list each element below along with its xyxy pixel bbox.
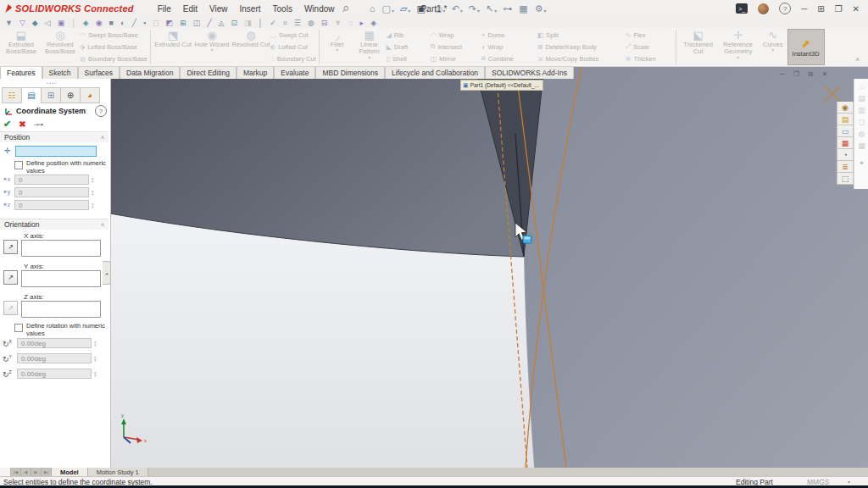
x-position-input[interactable]: 0 xyxy=(14,175,89,185)
configurationmanager-tab[interactable]: ⊞ xyxy=(42,87,61,103)
mirror-button[interactable]: ◫Mirror xyxy=(431,53,481,64)
x-axis-input[interactable] xyxy=(21,240,101,257)
dropdown-icon[interactable]: ▾ xyxy=(737,56,739,60)
tab-evaluate[interactable]: Evaluate xyxy=(274,66,315,79)
toolbar-icon[interactable]: ■ xyxy=(109,19,114,27)
extruded-boss-button[interactable]: ⬓ Extruded Boss/Base xyxy=(2,28,41,66)
restore-button[interactable]: ❐ xyxy=(835,4,843,14)
dropdown-icon[interactable]: ▾ xyxy=(368,56,370,60)
command-prompt-icon[interactable]: >_ xyxy=(736,3,748,14)
toolbar-icon[interactable]: ◆ xyxy=(32,19,38,27)
featuremanager-tab[interactable]: ☷ xyxy=(2,87,22,103)
dropdown-icon[interactable]: ▾ xyxy=(771,48,774,53)
graphics-area[interactable]: y x ✛⌖↻▣⬒◫◍◔◷⊡ ─ ❐ ⊞ ✕ ▣ Part1 (Default)… xyxy=(110,66,868,468)
doc-close-icon[interactable]: ✕ xyxy=(822,70,828,78)
quick-access-icon[interactable]: ▦ xyxy=(519,4,528,14)
toolbar-icon[interactable]: ◨ xyxy=(244,19,252,27)
toolbar-icon[interactable]: ▼ xyxy=(334,19,342,27)
user-avatar[interactable] xyxy=(758,3,769,14)
minimize-button[interactable]: ─ xyxy=(801,4,807,14)
thicken-button[interactable]: ≋Thicken xyxy=(626,53,673,64)
tab-lifecycle-collaboration[interactable]: Lifecycle and Collaboration xyxy=(385,66,485,79)
task-pane-tab[interactable]: ◔ xyxy=(837,149,854,161)
menu-item[interactable]: Insert xyxy=(240,4,261,14)
revolved-cut-button[interactable]: ◍ Revolved Cut xyxy=(231,28,270,66)
y-axis-input[interactable] xyxy=(21,270,101,287)
intersect-button[interactable]: ⧉Intersect xyxy=(431,42,481,52)
task-pane-tab[interactable]: ≣ xyxy=(837,161,854,173)
toolbar-icon[interactable]: ◈ xyxy=(83,19,89,27)
dropdown-icon[interactable]: ▾ xyxy=(460,8,463,14)
dropdown-icon[interactable]: ▾ xyxy=(494,8,497,14)
pm-help-icon[interactable]: ? xyxy=(95,105,107,117)
dropdown-icon[interactable]: ▾ xyxy=(443,8,446,14)
z-spinner[interactable]: ▴▾ xyxy=(92,202,94,208)
tab-data-migration[interactable]: Data Migration xyxy=(120,66,180,79)
boundary-cut-button[interactable]: ◌Boundary Cut xyxy=(270,53,316,64)
position-section-header[interactable]: Position ˄ xyxy=(0,131,108,142)
menu-item[interactable]: Edit xyxy=(183,4,198,14)
y-rotation-input[interactable]: 0.00deg xyxy=(17,353,92,363)
pin-menu-icon[interactable]: ⚲ xyxy=(341,3,352,14)
toolbar-icon[interactable]: ▽ xyxy=(19,19,25,27)
tab-direct-editing[interactable]: Direct Editing xyxy=(180,66,236,79)
z-position-input[interactable]: 0 xyxy=(14,200,89,210)
toolbar-icon[interactable]: ◻ xyxy=(153,19,159,27)
collapse-chevron-icon[interactable]: ˄ xyxy=(101,222,104,228)
tab-mbd-dimensions[interactable]: MBD Dimensions xyxy=(315,66,385,79)
z-rotation-spinner[interactable]: ▴▾ xyxy=(94,370,97,377)
y-position-input[interactable]: 0 xyxy=(14,187,89,197)
doc-restore-icon[interactable]: ❐ xyxy=(793,70,799,78)
wrap-button[interactable]: ◠Wrap xyxy=(431,30,481,41)
y-spinner[interactable]: ▴▾ xyxy=(92,189,94,196)
dropdown-icon[interactable]: ▾ xyxy=(336,48,338,53)
toolbar-icon[interactable]: ◐ xyxy=(120,19,125,27)
y-axis-pick-button[interactable]: ↗ xyxy=(3,270,18,285)
dropdown-icon[interactable]: ▾ xyxy=(426,8,429,14)
shell-button[interactable]: ▯Shell xyxy=(387,53,431,64)
dropdown-icon[interactable]: ▾ xyxy=(392,8,394,14)
toolbar-icon[interactable]: ◩ xyxy=(166,19,174,27)
hole-wizard-button[interactable]: ◉ Hole Wizard ▾ xyxy=(192,28,231,66)
revolved-boss-button[interactable]: ◎ Revolved Boss/Base xyxy=(41,28,80,66)
split-button[interactable]: ◧Split xyxy=(537,30,626,41)
task-pane-tab[interactable]: ▤ xyxy=(837,114,854,125)
quick-access-icon[interactable]: ⚙ ▾ xyxy=(535,4,547,14)
quick-access-icon[interactable]: ▢ ▾ xyxy=(381,4,393,14)
toolbar-icon[interactable]: ▼ xyxy=(5,19,13,27)
task-pane-tab[interactable]: ◉ xyxy=(837,102,854,114)
task-pane-tab[interactable]: ⬚ xyxy=(837,173,854,185)
panel-grip[interactable]: •••• xyxy=(47,80,57,86)
doc-minimize-icon[interactable]: ─ xyxy=(780,70,785,78)
toolbar-icon[interactable]: ◌ xyxy=(348,19,353,27)
task-pane-tab[interactable]: ▦ xyxy=(837,137,854,149)
quick-access-icon[interactable]: ▱ ▾ xyxy=(400,4,410,14)
position-numeric-checkbox[interactable] xyxy=(14,161,23,169)
close-button[interactable]: ✕ xyxy=(853,4,860,14)
lofted-boss-button[interactable]: ⬗Lofted Boss/Base xyxy=(80,42,147,52)
units-selector[interactable]: MMGS xyxy=(807,478,829,486)
reference-geometry-button[interactable]: ✛ Reference Geometry ▾ xyxy=(718,28,759,66)
toolbar-icon[interactable]: ⊟ xyxy=(321,19,328,27)
displaymanager-tab[interactable]: ◕ xyxy=(81,87,100,103)
task-pane-tab[interactable]: ▭ xyxy=(837,125,854,137)
model-tab[interactable]: Model xyxy=(52,468,88,476)
quick-access-icon[interactable]: ⌂ xyxy=(370,4,376,14)
panel-collapse-handle[interactable]: ◂ xyxy=(103,261,111,285)
tab-nav-last[interactable]: ▶| xyxy=(42,468,52,476)
z-axis-input[interactable] xyxy=(21,301,101,318)
toolbar-icon[interactable]: ▪ xyxy=(143,19,146,27)
model-3d-view[interactable]: y x xyxy=(110,66,868,468)
toolbar-icon[interactable]: │ xyxy=(71,19,76,27)
tab-surfaces[interactable]: Surfaces xyxy=(78,66,120,79)
x-rotation-input[interactable]: 0.00deg xyxy=(17,338,92,348)
dimxpertmanager-tab[interactable]: ⊕ xyxy=(61,87,81,103)
lofted-cut-button[interactable]: ⬖Lofted Cut xyxy=(270,42,316,52)
y-rotation-spinner[interactable]: ▴▾ xyxy=(94,355,97,362)
tab-solidworks-addins[interactable]: SOLIDWORKS Add-Ins xyxy=(485,66,574,79)
quick-access-icon[interactable]: ▣ ▾ xyxy=(416,4,428,14)
instant3d-button[interactable]: ⬈ Instant3D xyxy=(787,29,825,65)
rotation-numeric-checkbox[interactable] xyxy=(14,324,23,332)
combine-button[interactable]: ⧇Combine xyxy=(481,53,537,64)
quick-access-icon[interactable]: ⊶ xyxy=(503,4,513,14)
